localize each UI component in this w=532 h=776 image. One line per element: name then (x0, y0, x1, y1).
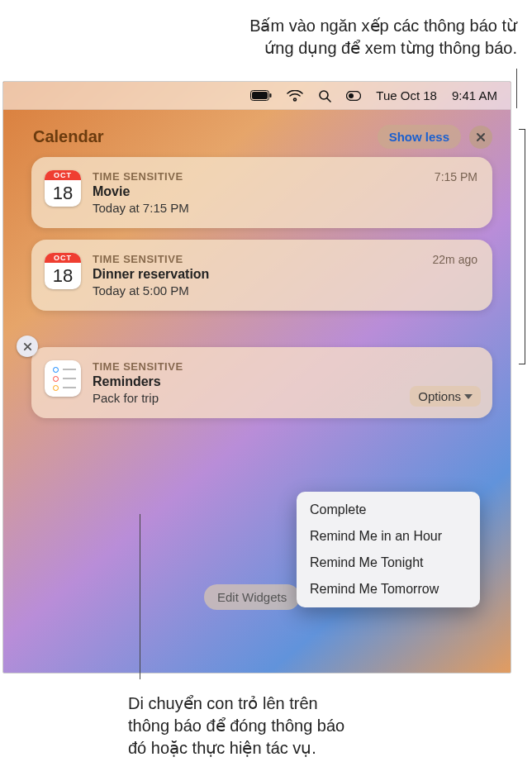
notification-title: Dinner reservation (93, 267, 477, 282)
caption-top: Bấm vào ngăn xếp các thông báo từ ứng dụ… (249, 15, 517, 60)
caption-text: đó hoặc thực hiện tác vụ. (128, 739, 316, 757)
calendar-icon-day: 18 (45, 180, 81, 207)
notification-card[interactable]: TIME SENSITIVE Reminders Pack for trip O… (31, 347, 492, 418)
callout-line-top (516, 69, 517, 108)
calendar-icon-month: OCT (45, 170, 81, 180)
control-center-icon[interactable] (346, 91, 361, 101)
menubar-time[interactable]: 9:41 AM (452, 88, 497, 102)
close-notification-button[interactable] (17, 336, 38, 357)
options-button[interactable]: Options (410, 386, 481, 407)
notification-card[interactable]: OCT 18 TIME SENSITIVE Dinner reservation… (31, 240, 492, 311)
svg-rect-1 (252, 92, 268, 99)
time-sensitive-label: TIME SENSITIVE (93, 253, 477, 265)
app-title: Calendar (33, 127, 104, 146)
notification-subtitle: Today at 7:15 PM (93, 201, 477, 215)
reminder-notification-wrap: TIME SENSITIVE Reminders Pack for trip O… (31, 347, 492, 418)
spotlight-icon[interactable] (318, 89, 331, 102)
battery-icon[interactable] (250, 90, 272, 101)
notification-body: TIME SENSITIVE Movie Today at 7:15 PM (93, 170, 477, 215)
notification-title: Movie (93, 184, 477, 199)
wifi-icon[interactable] (287, 90, 303, 102)
menu-bar: Tue Oct 18 9:41 AM (3, 82, 511, 110)
options-label: Options (418, 389, 461, 403)
dropdown-item-remind-tomorrow[interactable]: Remind Me Tomorrow (297, 576, 480, 602)
caption-text: thông báo để đóng thông báo (128, 716, 344, 735)
caption-text: ứng dụng để xem từng thông báo. (264, 39, 517, 57)
group-header-actions: Show less (378, 125, 492, 149)
calendar-icon-month: OCT (45, 253, 81, 263)
reminders-app-icon (45, 360, 81, 397)
caption-bottom: Di chuyển con trỏ lên trên thông báo để … (128, 693, 458, 759)
notification-center-screenshot: Tue Oct 18 9:41 AM Calendar Show less OC… (2, 81, 511, 674)
notification-timestamp: 7:15 PM (435, 170, 477, 183)
time-sensitive-label: TIME SENSITIVE (93, 360, 479, 373)
notification-body: TIME SENSITIVE Dinner reservation Today … (93, 253, 477, 298)
dropdown-item-complete[interactable]: Complete (297, 497, 480, 523)
dropdown-item-remind-hour[interactable]: Remind Me in an Hour (297, 523, 480, 550)
svg-rect-2 (270, 93, 272, 98)
edit-widgets-button[interactable]: Edit Widgets (204, 584, 300, 610)
notification-card[interactable]: OCT 18 TIME SENSITIVE Movie Today at 7:1… (31, 157, 492, 228)
caption-text: Di chuyển con trỏ lên trên (128, 694, 318, 712)
callout-line-bottom (140, 514, 140, 679)
caption-text: Bấm vào ngăn xếp các thông báo từ (249, 17, 517, 35)
calendar-app-icon: OCT 18 (45, 170, 81, 207)
notification-timestamp: 22m ago (433, 253, 477, 266)
menubar-date[interactable]: Tue Oct 18 (376, 88, 437, 102)
calendar-icon-day: 18 (45, 263, 81, 289)
notification-group-header: Calendar Show less (31, 125, 492, 149)
dropdown-item-remind-tonight[interactable]: Remind Me Tonight (297, 550, 480, 576)
time-sensitive-label: TIME SENSITIVE (93, 170, 477, 183)
notification-center: Calendar Show less OCT 18 TIME SENSITIVE… (3, 110, 511, 426)
svg-point-6 (349, 93, 354, 98)
notification-subtitle: Today at 5:00 PM (93, 283, 477, 298)
options-dropdown: Complete Remind Me in an Hour Remind Me … (297, 492, 480, 607)
calendar-app-icon: OCT 18 (45, 253, 81, 289)
svg-line-4 (327, 98, 330, 102)
chevron-down-icon (464, 394, 473, 399)
callout-bracket (519, 129, 525, 364)
dismiss-group-button[interactable] (469, 126, 492, 149)
show-less-button[interactable]: Show less (378, 125, 461, 149)
